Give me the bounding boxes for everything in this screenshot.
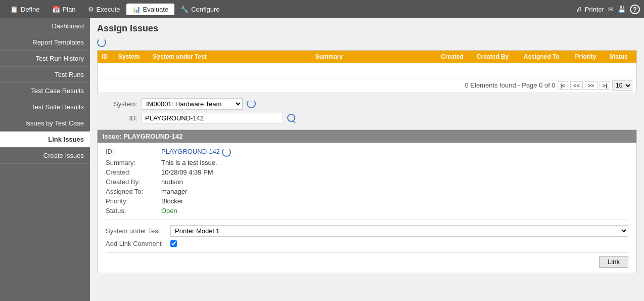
issue-priority-row: Priority: Blocker	[106, 197, 628, 205]
col-id: ID	[98, 51, 114, 63]
evaluate-icon: 📊	[132, 6, 141, 13]
issue-id-row: ID: PLAYGROUND-142	[106, 148, 628, 157]
issue-created-row: Created: 10/28/09 4:39 PM	[106, 168, 628, 176]
page-size-select[interactable]: 10 25 50	[612, 80, 632, 91]
issue-created-by-row: Created By: hudson	[106, 178, 628, 186]
issue-assigned-to-row: Assigned To: manager	[106, 188, 628, 195]
layout: Dashboard Report Templates Test Run Hist…	[0, 18, 644, 301]
page-next-btn[interactable]: >>	[585, 81, 597, 90]
id-search-icon[interactable]	[287, 114, 295, 122]
sidebar-item-create-issues[interactable]: Create Issues	[0, 148, 90, 164]
plan-icon: 📅	[52, 6, 60, 13]
page-last-btn[interactable]: >|	[600, 81, 610, 90]
nav-configure[interactable]: 🔧 Configure	[174, 4, 225, 15]
col-sut: System under Test	[149, 51, 221, 63]
nav-define[interactable]: 📋 Define	[4, 4, 46, 15]
refresh-row	[97, 38, 637, 47]
main-content: Assign Issues ID System System under Tes…	[90, 18, 644, 301]
id-input[interactable]	[142, 113, 283, 123]
page-first-btn[interactable]: |<	[558, 81, 568, 90]
issue-status-value: Open	[161, 207, 177, 214]
add-link-row: Add Link Comment	[106, 240, 628, 247]
sidebar-item-report-templates[interactable]: Report Templates	[0, 34, 90, 51]
issue-status-row: Status: Open	[106, 207, 628, 214]
add-link-comment-label: Add Link Comment	[106, 240, 166, 247]
add-link-comment-checkbox[interactable]	[170, 240, 177, 247]
issue-id-label: ID:	[106, 148, 161, 155]
nav-evaluate[interactable]: 📊 Evaluate	[126, 4, 175, 15]
printer-button[interactable]: 🖨 Printer	[576, 6, 604, 13]
email-icon: ✉	[608, 6, 614, 13]
configure-icon: 🔧	[180, 6, 189, 13]
link-button[interactable]: Link	[599, 256, 628, 268]
empty-table-row	[98, 63, 637, 78]
issue-created-value: 10/28/09 4:39 PM	[161, 168, 213, 176]
form-section: System: IM00001: Hardware Team ID:	[97, 98, 637, 123]
issue-id-refresh-icon[interactable]	[222, 148, 231, 157]
col-priority: Priority	[571, 51, 606, 63]
issue-assigned-to-value: manager	[161, 188, 187, 195]
col-created: Created	[437, 51, 473, 63]
col-assigned-to: Assigned To	[520, 51, 571, 63]
issue-box-header: Issue: PLAYGROUND-142	[98, 130, 636, 143]
issue-box: Issue: PLAYGROUND-142 ID: PLAYGROUND-142…	[97, 130, 637, 273]
issue-priority-label: Priority:	[106, 197, 161, 205]
save-button[interactable]: 💾	[618, 6, 626, 13]
sidebar-item-dashboard[interactable]: Dashboard	[0, 18, 90, 34]
issue-assigned-to-label: Assigned To:	[106, 188, 161, 195]
printer-icon: 🖨	[576, 6, 583, 13]
sut-select[interactable]: Printer Model 1	[170, 225, 628, 237]
page-prev-btn[interactable]: <<	[570, 81, 583, 90]
email-button[interactable]: ✉	[608, 6, 614, 13]
issue-summary-row: Summary: This is a test issue.	[106, 159, 628, 166]
system-select[interactable]: IM00001: Hardware Team	[142, 98, 243, 110]
issue-box-body: ID: PLAYGROUND-142 Summary: This is a te…	[98, 143, 636, 273]
sidebar-item-issues-by-test-case[interactable]: Issues by Test Case	[0, 115, 90, 132]
issue-divider	[106, 220, 628, 220]
execute-icon: ⚙	[88, 6, 94, 13]
refresh-icon[interactable]	[97, 38, 106, 47]
col-status: Status	[605, 51, 636, 63]
issue-created-by-value: hudson	[161, 178, 183, 186]
system-row: System: IM00001: Hardware Team	[97, 98, 637, 110]
page-title: Assign Issues	[97, 23, 637, 34]
issue-id-value[interactable]: PLAYGROUND-142	[161, 148, 220, 155]
pagination-info: 0 Elements found - Page 0 of 0	[465, 81, 555, 89]
sidebar-item-test-run-history[interactable]: Test Run History	[0, 51, 90, 67]
nav-plan[interactable]: 📅 Plan	[46, 4, 82, 15]
nav-execute[interactable]: ⚙ Execute	[82, 4, 126, 15]
system-refresh-icon[interactable]	[247, 99, 256, 108]
col-created-by: Created By	[473, 51, 520, 63]
sut-label: System under Test:	[106, 227, 166, 235]
system-label: System:	[97, 100, 137, 108]
save-icon: 💾	[618, 6, 626, 13]
issue-created-by-label: Created By:	[106, 178, 161, 186]
sidebar-item-test-suite-results[interactable]: Test Suite Results	[0, 99, 90, 115]
pagination-row: 0 Elements found - Page 0 of 0 |< << >> …	[97, 78, 637, 93]
issues-table: ID System System under Test Summary Crea…	[97, 50, 637, 78]
id-label: ID:	[97, 114, 137, 122]
sidebar-item-link-issues[interactable]: Link Issues	[0, 132, 90, 148]
issue-status-label: Status:	[106, 207, 161, 214]
issue-created-label: Created:	[106, 168, 161, 176]
sidebar-item-test-runs[interactable]: Test Runs	[0, 67, 90, 83]
id-row: ID:	[97, 113, 637, 123]
issue-summary-value: This is a test issue.	[161, 159, 217, 166]
top-nav-right: 🖨 Printer ✉ 💾 ?	[576, 5, 640, 14]
help-button[interactable]: ?	[630, 5, 640, 14]
top-nav: 📋 Define 📅 Plan ⚙ Execute 📊 Evaluate 🔧 C…	[0, 0, 644, 18]
issue-summary-label: Summary:	[106, 159, 161, 166]
sidebar: Dashboard Report Templates Test Run Hist…	[0, 18, 90, 301]
link-btn-row: Link	[106, 252, 628, 268]
help-icon: ?	[630, 5, 640, 14]
sut-row: System under Test: Printer Model 1	[106, 225, 628, 237]
col-summary: Summary	[221, 51, 437, 63]
sidebar-item-test-case-results[interactable]: Test Case Results	[0, 83, 90, 99]
col-system: System	[114, 51, 149, 63]
issue-priority-value: Blocker	[161, 197, 183, 205]
define-icon: 📋	[10, 6, 18, 13]
